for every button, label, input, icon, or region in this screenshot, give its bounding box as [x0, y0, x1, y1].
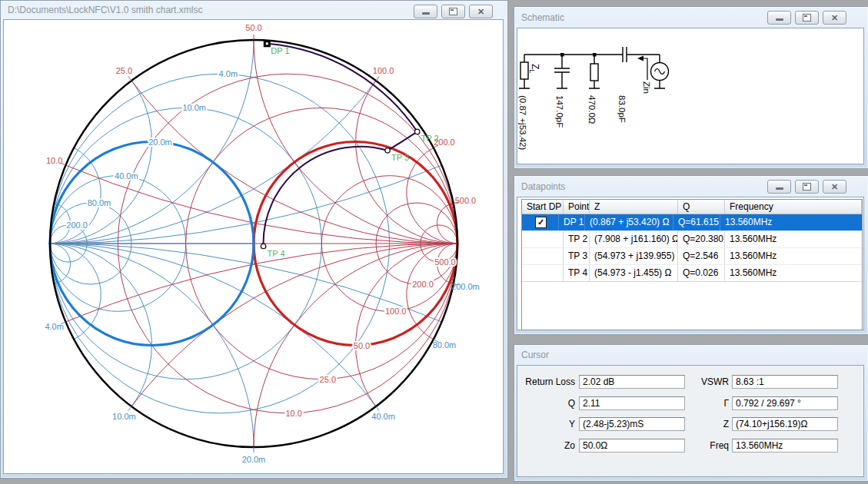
- testpoint-marker[interactable]: [385, 148, 390, 153]
- main-titlebar[interactable]: D:\Documents\LockNFC\V1.0 smith chart.xm…: [1, 1, 507, 19]
- load-impedance-symbol: [520, 62, 528, 79]
- return-loss-label: Return Loss: [517, 376, 575, 387]
- frequency-cell: 13.560MHz: [725, 265, 862, 281]
- svg-text:100.0: 100.0: [385, 307, 407, 316]
- svg-text:100.0: 100.0: [373, 66, 394, 75]
- cursor-title: Cursor: [521, 350, 549, 360]
- smith-chart-svg[interactable]: 10.025.050.0100.0200.0500.04.0m10.0m20.0…: [3, 19, 504, 474]
- column-header-z[interactable]: Z: [590, 200, 678, 214]
- start-dp-cell: [522, 231, 564, 247]
- schematic-svg: ZL (0.87 +j53.42) 147.0pF 470.0Ω 83.0pF …: [517, 28, 864, 164]
- checkmark-icon: ✓: [537, 217, 544, 227]
- restore-button[interactable]: [795, 11, 819, 25]
- svg-text:200.0m: 200.0m: [451, 282, 480, 291]
- z-label: Z: [655, 419, 729, 429]
- testpoint-marker[interactable]: [415, 129, 420, 134]
- point-label: TP 4: [268, 249, 285, 258]
- close-icon: ✕: [831, 183, 838, 191]
- z-cell: (0.867 + j53.420) Ω: [585, 214, 673, 230]
- gamma-field[interactable]: 0.792 / 29.697 °: [732, 396, 838, 410]
- cursor-content: Return Loss 2.02 dB VSWR 8.63 :1 Q 2.11 …: [517, 365, 864, 477]
- restore-button[interactable]: [795, 180, 819, 194]
- frequency-cell: 13.560MHz: [725, 248, 862, 264]
- minimize-button[interactable]: [767, 180, 791, 194]
- load-name-label: ZL: [528, 64, 540, 73]
- zin-arrow: [642, 58, 647, 80]
- svg-text:200.0: 200.0: [66, 220, 88, 230]
- table-header: Start DP Point Z Q Frequency: [522, 200, 862, 214]
- datapoints-content: Start DP Point Z Q Frequency ✓ DP 1 (0.8…: [517, 197, 864, 330]
- cursor-titlebar[interactable]: Cursor: [514, 345, 868, 365]
- zin-arrowhead-icon: [637, 56, 644, 61]
- datapoints-titlebar[interactable]: Datapoints ✕: [514, 176, 868, 197]
- close-button[interactable]: ✕: [823, 180, 846, 194]
- svg-text:25.0: 25.0: [116, 66, 132, 75]
- close-button[interactable]: ✕: [469, 5, 493, 18]
- svg-text:10.0: 10.0: [285, 409, 301, 418]
- main-window-title: D:\Documents\LockNFC\V1.0 smith chart.xm…: [8, 5, 202, 15]
- table-row-tp2[interactable]: TP 2 (7.908 + j161.160) Ω Q=20.380 13.56…: [522, 231, 862, 248]
- column-header-q[interactable]: Q: [678, 200, 725, 214]
- frequency-cell: 13.560MHz: [725, 231, 862, 247]
- minimize-icon: [776, 18, 783, 21]
- schematic-title: Schematic: [521, 12, 564, 23]
- datapoints-window: Datapoints ✕ Start DP Point Z Q Frequenc…: [514, 175, 868, 335]
- schematic-canvas[interactable]: ZL (0.87 +j53.42) 147.0pF 470.0Ω 83.0pF …: [517, 28, 864, 164]
- restore-button[interactable]: [441, 5, 465, 18]
- point-cell: TP 2: [564, 231, 590, 247]
- start-dp-checkbox[interactable]: ✓: [535, 217, 547, 228]
- svg-text:10.0m: 10.0m: [182, 103, 206, 112]
- start-dp-cell: [522, 248, 564, 264]
- freq-label: Freq: [655, 440, 729, 451]
- minimize-button[interactable]: [767, 11, 791, 25]
- table-row-tp3[interactable]: TP 3 (54.973 + j139.955) Ω Q=2.546 13.56…: [522, 248, 862, 265]
- junction-dot: [560, 53, 564, 57]
- svg-text:4.0m: 4.0m: [219, 69, 238, 78]
- circuit-labels: ZL (0.87 +j53.42) 147.0pF 470.0Ω 83.0pF …: [518, 64, 651, 150]
- table-row-dp1[interactable]: ✓ DP 1 (0.867 + j53.420) Ω Q=61.615 13.5…: [522, 214, 862, 231]
- svg-text:4.0m: 4.0m: [45, 322, 63, 331]
- series-cap-value-label: 83.0pF: [617, 95, 627, 123]
- schematic-titlebar[interactable]: Schematic ✕: [514, 7, 868, 28]
- close-button[interactable]: ✕: [823, 11, 846, 25]
- close-icon: ✕: [477, 8, 484, 16]
- column-header-frequency[interactable]: Frequency: [725, 200, 862, 214]
- desktop: { "desktop": {"background": "#a6a8aa"}, …: [0, 0, 868, 484]
- table-row-tp4[interactable]: TP 4 (54.973 - j1.455) Ω Q=0.026 13.560M…: [522, 265, 862, 282]
- column-header-point[interactable]: Point: [564, 200, 590, 214]
- shunt-capacitor-symbol: [554, 55, 570, 88]
- zo-label: Zo: [517, 440, 575, 451]
- svg-text:25.0: 25.0: [320, 375, 336, 384]
- point-cell: TP 3: [564, 248, 590, 264]
- source-bottom-lead: [654, 81, 665, 89]
- restore-icon: [449, 8, 457, 15]
- freq-field[interactable]: 13.560MHz: [732, 439, 838, 453]
- svg-text:80.0m: 80.0m: [433, 340, 457, 350]
- junction-dot: [593, 53, 597, 57]
- gamma-label: Γ: [655, 398, 729, 409]
- svg-text:500.0: 500.0: [434, 257, 456, 267]
- minimize-icon: [776, 187, 783, 190]
- q-cell: Q=2.546: [678, 248, 725, 264]
- minimize-button[interactable]: [414, 5, 437, 18]
- column-header-start-dp[interactable]: Start DP: [522, 200, 564, 214]
- svg-text:40.0m: 40.0m: [115, 171, 138, 181]
- series-capacitor-symbol: [623, 47, 627, 62]
- frequency-cell: 13.560MHz: [720, 214, 862, 230]
- svg-text:50.0: 50.0: [354, 341, 370, 350]
- testpoint-marker[interactable]: [261, 244, 265, 248]
- schematic-window: Schematic ✕: [514, 6, 868, 169]
- vswr-field[interactable]: 8.63 :1: [732, 375, 838, 389]
- svg-text:500.0: 500.0: [455, 196, 477, 205]
- z-field[interactable]: (74.10+j156.19)Ω: [732, 417, 838, 431]
- z-cell: (54.973 - j1.455) Ω: [590, 265, 678, 281]
- point-cell: TP 4: [564, 265, 590, 281]
- q-cell: Q=0.026: [678, 265, 725, 281]
- z-cell: (7.908 + j161.160) Ω: [590, 231, 678, 247]
- smith-trace-points: DP 1TP 2TP 3TP 4: [261, 40, 438, 257]
- point-cell: DP 1: [559, 214, 585, 230]
- table-empty-area: [522, 282, 862, 330]
- svg-text:50.0: 50.0: [245, 23, 261, 32]
- datapoints-title: Datapoints: [521, 181, 565, 192]
- load-value-label: (0.87 +j53.42): [518, 95, 527, 150]
